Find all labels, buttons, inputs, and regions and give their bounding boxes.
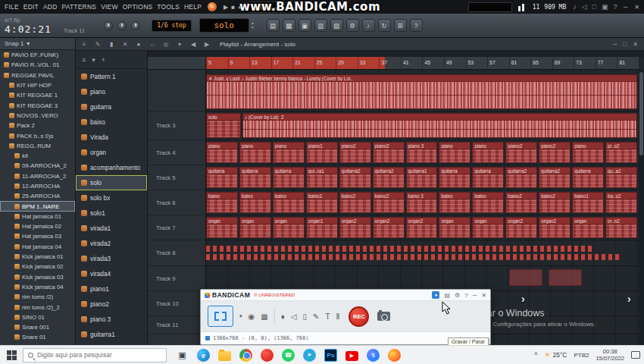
browser-item[interactable]: rim toms /2)_2 [0,302,75,312]
lock-icon[interactable]: ● [432,291,439,299]
browser-item[interactable]: PACK b..s 0)s [0,130,75,140]
playlist-track-row[interactable]: ✕ Justi..y Lasti ♪ Justin Bieber benny b… [206,70,639,111]
device-mode-icon[interactable]: ▦ [261,312,267,321]
maximize-button[interactable]: □ [623,41,627,48]
help-panel-icon[interactable]: ? [410,19,423,32]
close-button[interactable]: ✕ [634,4,639,11]
browser-item[interactable]: KIT REGGAE 3 [0,100,75,110]
pattern-clip[interactable]: baixo2 [539,192,571,213]
pattern-clip[interactable]: ba..o2 [605,192,637,213]
playlist-track-row[interactable] [206,266,639,291]
browser-item[interactable]: 09-ARROCHA_2 [0,161,75,171]
draw-tool-icon[interactable]: ✎ [92,41,103,48]
browser-item[interactable]: Kick jamaica 04 [0,282,75,292]
browser-header[interactable]: Snap 1 ▾ [0,38,75,50]
pattern-clip[interactable]: organ2 [406,217,438,238]
browser-item[interactable]: Hat jamaica 02 [0,221,75,231]
pattern-item[interactable]: virada3 [76,251,147,266]
pattern-item[interactable]: Pattern 1 [76,69,147,84]
taskbar-search[interactable] [23,348,167,362]
pattern-clip[interactable]: guitarra [273,167,305,188]
playlist-track-row[interactable]: solo♪ (Cover by Loi)_2 [206,111,639,140]
menu-patterns[interactable]: PATTERNS [59,2,98,12]
track-name-cell[interactable]: Track 9 [148,266,206,291]
pattern-clip[interactable]: organ [439,217,470,238]
channel-rack-icon[interactable]: ▣ [299,19,311,32]
pattern-clip[interactable]: guitarra1 [406,167,438,188]
pattern-clip[interactable]: organ [206,217,238,238]
pattern-item[interactable]: guitarra1 [76,327,147,342]
pattern-clip[interactable]: guitarra2 [505,167,537,188]
playlist-track-row[interactable]: pianopianopianopiano1piano2piano2piano 3… [206,140,639,165]
track-name-cell[interactable]: Track 4 [148,140,206,165]
pattern-clip[interactable]: organ [572,217,604,238]
start-button[interactable] [0,346,23,364]
pattern-clip[interactable]: baixo2 [339,192,371,213]
photoshop-icon[interactable]: Ps [324,349,337,362]
pattern-clip[interactable]: organ2 [339,217,371,238]
pattern-clip[interactable]: guitarra [472,167,504,188]
bandicam-titlebar[interactable]: BANDICAM ® UNREGISTERED ● ▤⚙?─✕ [201,290,490,301]
browser-item[interactable]: SINO 01 [0,312,75,322]
monitor-icon[interactable]: □ [592,3,596,11]
pattern-item[interactable]: solo bx [76,190,147,206]
browser-item[interactable]: Hat jamaica 04 [0,242,75,252]
pattern-item[interactable]: baixo [76,115,147,130]
browser-item[interactable]: REGG..RUM [0,141,75,151]
chrome-icon[interactable] [239,349,252,362]
close-button[interactable]: ✕ [633,41,638,48]
pattern-clip[interactable]: baixo [239,192,271,213]
mute-tool-icon[interactable]: ● [133,41,144,48]
menu-tools[interactable]: TOOLS [155,2,182,12]
browser-item[interactable]: 12-ARROCHA [0,181,75,191]
play-button[interactable]: ▶ [224,4,228,11]
pattern-clip[interactable]: piano [472,142,504,163]
pattern-item[interactable]: piano [76,84,147,99]
track-name-cell[interactable]: Track 8 [148,240,206,266]
record-button[interactable]: REC [349,306,369,327]
region-mode-button[interactable] [208,306,233,327]
slip-tool-icon[interactable]: ↔ [147,41,158,48]
tray-expand-icon[interactable]: ^ [534,351,537,359]
pattern-clip[interactable]: baixo2 [505,192,537,213]
pattern-clip[interactable]: piano [206,142,238,163]
task-view-icon[interactable]: ▣ [176,349,189,362]
pattern-clip[interactable]: gu..a2 [605,167,637,188]
menu-options[interactable]: OPTIONS [120,2,155,12]
track-name-cell[interactable]: Track 5 [148,165,206,190]
menu-edit[interactable]: EDIT [21,2,41,12]
help-icon[interactable]: ? [614,3,617,11]
playlist-scrollbar[interactable] [639,70,644,345]
master-pitch-knob[interactable] [117,21,127,30]
pattern-clip[interactable]: piano [572,142,604,163]
audio-clip[interactable]: ✕ Justi..y Lasti ♪ Justin Bieber benny b… [206,74,637,109]
browser-item[interactable]: Kick jamaica 03 [0,272,75,282]
browser-item[interactable]: REGGAE PAVIL [0,71,75,80]
track-name-cell[interactable]: Track 7 [148,215,206,240]
pattern-item[interactable]: piano2 [76,297,147,312]
track-name-cell[interactable]: Track 3 [148,111,206,140]
browser-item[interactable]: rim toms /2) [0,292,75,302]
paint-tool-icon[interactable]: ▮ [106,41,117,48]
step-display[interactable]: 1/6 step [152,20,192,32]
browser-item[interactable]: Kick jamaica 02 [0,262,75,271]
search-input[interactable] [37,351,151,359]
close-icon[interactable]: ✕ [481,292,486,299]
browser-item[interactable]: Hat jamaica 03 [0,231,75,241]
speaker-icon[interactable]: ◁ [291,312,297,321]
pattern-selector[interactable]: solo [199,18,249,33]
track-name-cell[interactable]: Track 10 [148,291,206,316]
pattern-clip[interactable]: organ [239,217,271,238]
browser-panel-icon[interactable]: ▧ [330,19,343,32]
pattern-clip[interactable]: guitarra2 [539,167,571,188]
pattern-item[interactable]: virada2 [76,236,147,251]
pattern-clip[interactable]: baixo1 [572,192,604,213]
pattern-clip[interactable]: organ2 [539,217,571,238]
shuffle-knob[interactable] [131,21,140,30]
pattern-clip[interactable]: baixo2 [373,192,405,213]
pattern-clip[interactable]: guitarra [439,167,470,188]
folder-icon[interactable]: ▤ [444,292,450,299]
pattern-clip[interactable]: organ2 [505,217,537,238]
screenshot-button[interactable] [377,312,390,321]
browser-item[interactable]: Pack 2 [0,121,75,130]
